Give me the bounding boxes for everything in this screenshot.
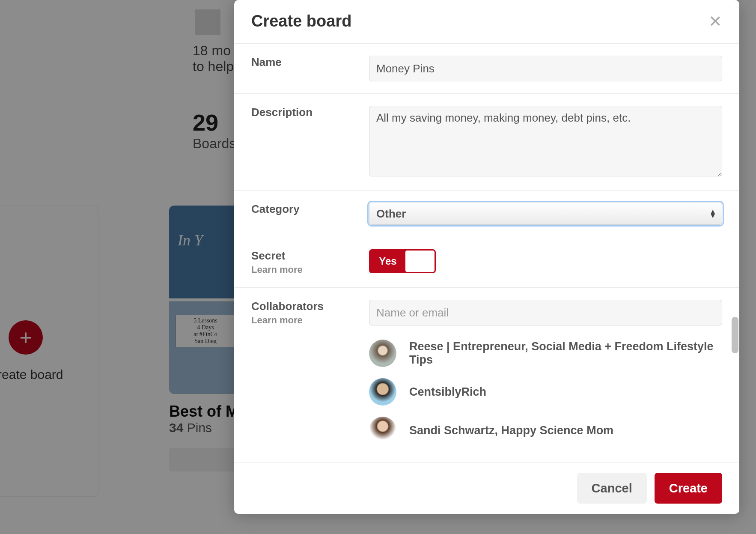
collaborator-name: Sandi Schwartz, Happy Science Mom	[409, 424, 613, 437]
description-section: Description All my saving money, making …	[234, 94, 739, 191]
avatar	[369, 417, 396, 444]
name-section: Name	[234, 44, 739, 94]
modal-footer: Cancel Create	[234, 462, 739, 514]
create-button[interactable]: Create	[655, 473, 722, 504]
category-select[interactable]: Other	[369, 203, 722, 225]
collaborator-name: Reese | Entrepreneur, Social Media + Fre…	[409, 340, 722, 367]
collaborators-label: Collaborators	[251, 300, 369, 313]
secret-toggle[interactable]: Yes	[369, 249, 436, 273]
secret-learn-more-link[interactable]: Learn more	[251, 264, 369, 275]
name-input[interactable]	[369, 56, 722, 81]
cancel-button[interactable]: Cancel	[577, 473, 647, 504]
scrollbar-thumb[interactable]	[732, 317, 738, 353]
collaborator-suggestion[interactable]: Reese | Entrepreneur, Social Media + Fre…	[369, 334, 722, 373]
collaborator-suggestion-list: Reese | Entrepreneur, Social Media + Fre…	[369, 334, 722, 450]
secret-section: Secret Learn more Yes	[234, 237, 739, 288]
collaborators-input[interactable]	[369, 300, 722, 325]
avatar	[369, 378, 396, 406]
modal-body: Name Description All my saving money, ma…	[234, 44, 739, 462]
collaborator-name: CentsiblyRich	[409, 385, 486, 399]
collaborator-suggestion[interactable]: Sandi Schwartz, Happy Science Mom	[369, 411, 722, 450]
secret-label: Secret	[251, 249, 369, 263]
collaborators-learn-more-link[interactable]: Learn more	[251, 315, 369, 326]
description-label: Description	[251, 106, 369, 119]
avatar	[369, 340, 396, 367]
modal-title: Create board	[251, 12, 351, 30]
description-textarea[interactable]: All my saving money, making money, debt …	[369, 106, 722, 176]
create-board-modal: Create board ✕ Name Description All my s…	[234, 0, 739, 514]
modal-header: Create board ✕	[234, 0, 739, 44]
name-label: Name	[251, 56, 369, 69]
category-label: Category	[251, 203, 369, 216]
collaborators-section: Collaborators Learn more Reese | Entrepr…	[234, 288, 739, 462]
toggle-yes-label: Yes	[370, 251, 405, 272]
category-section: Category Other ▲▼	[234, 191, 739, 237]
close-icon[interactable]: ✕	[708, 13, 722, 30]
collaborator-suggestion[interactable]: CentsiblyRich	[369, 373, 722, 411]
toggle-knob	[405, 251, 435, 272]
